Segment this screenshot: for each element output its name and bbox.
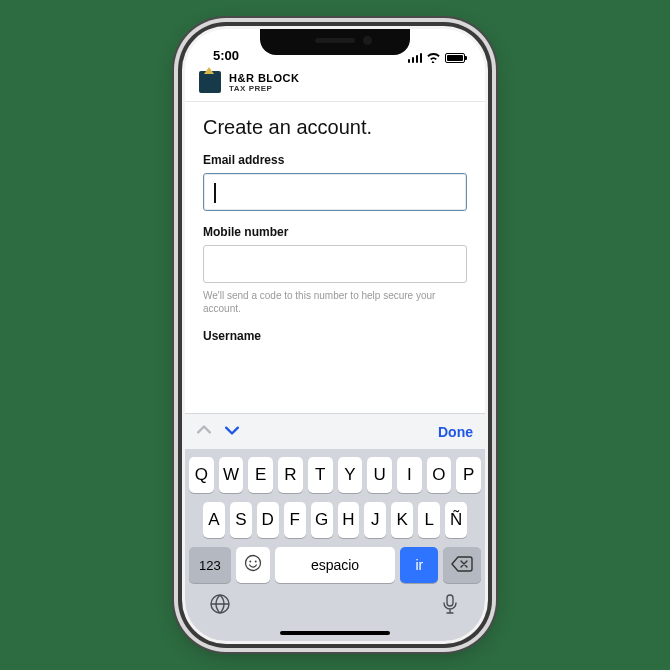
key-t[interactable]: T xyxy=(308,457,333,493)
chevron-up-icon xyxy=(197,423,211,437)
app-header: H&R BLOCK TAX PREP xyxy=(185,65,485,102)
page-title: Create an account. xyxy=(203,116,467,139)
key-emoji[interactable] xyxy=(236,547,270,583)
mobile-field-block: Mobile number We'll send a code to this … xyxy=(203,225,467,315)
mobile-hint: We'll send a code to this number to help… xyxy=(203,289,467,315)
keyboard-row-2: A S D F G H J K L Ñ xyxy=(189,502,481,538)
keyboard-done-button[interactable]: Done xyxy=(438,424,473,440)
email-field[interactable] xyxy=(203,173,467,211)
app-title: H&R BLOCK xyxy=(229,72,300,84)
status-time: 5:00 xyxy=(213,48,239,63)
status-indicators xyxy=(408,52,466,63)
mobile-field[interactable] xyxy=(203,245,467,283)
dictation-button[interactable] xyxy=(439,593,461,619)
svg-rect-4 xyxy=(447,595,453,606)
key-s[interactable]: S xyxy=(230,502,252,538)
username-field-block: Username xyxy=(203,329,467,343)
mobile-label: Mobile number xyxy=(203,225,467,239)
key-u[interactable]: U xyxy=(367,457,392,493)
username-label: Username xyxy=(203,329,467,343)
key-h[interactable]: H xyxy=(338,502,360,538)
key-y[interactable]: Y xyxy=(338,457,363,493)
key-enye[interactable]: Ñ xyxy=(445,502,467,538)
app-title-block: H&R BLOCK TAX PREP xyxy=(229,72,300,93)
notch xyxy=(260,29,410,55)
battery-icon xyxy=(445,53,465,63)
key-f[interactable]: F xyxy=(284,502,306,538)
phone-frame: 5:00 H&R BLOCK TAX PREP Create an accoun… xyxy=(182,26,488,644)
key-space[interactable]: espacio xyxy=(275,547,396,583)
form-content: Create an account. Email address Mobile … xyxy=(185,102,485,413)
keyboard-row-1: Q W E R T Y U I O P xyxy=(189,457,481,493)
key-w[interactable]: W xyxy=(219,457,244,493)
prev-field-button[interactable] xyxy=(197,423,211,441)
key-i[interactable]: I xyxy=(397,457,422,493)
key-p[interactable]: P xyxy=(456,457,481,493)
keyboard-accessory-bar: Done xyxy=(185,413,485,449)
globe-icon xyxy=(209,593,231,615)
key-o[interactable]: O xyxy=(427,457,452,493)
backspace-icon xyxy=(451,556,473,575)
key-backspace[interactable] xyxy=(443,547,481,583)
key-e[interactable]: E xyxy=(248,457,273,493)
key-d[interactable]: D xyxy=(257,502,279,538)
key-j[interactable]: J xyxy=(364,502,386,538)
keyboard-row-3: 123 espacio ir xyxy=(189,547,481,583)
home-indicator[interactable] xyxy=(280,631,390,635)
keyboard-bottom-bar xyxy=(185,587,485,641)
svg-point-1 xyxy=(249,561,251,563)
wifi-icon xyxy=(426,52,441,63)
email-field-block: Email address xyxy=(203,153,467,211)
globe-button[interactable] xyxy=(209,593,231,619)
cellular-signal-icon xyxy=(408,53,423,63)
software-keyboard: Q W E R T Y U I O P A S D F G H J K L xyxy=(185,449,485,587)
next-field-button[interactable] xyxy=(225,423,239,441)
key-a[interactable]: A xyxy=(203,502,225,538)
key-l[interactable]: L xyxy=(418,502,440,538)
emoji-icon xyxy=(244,554,262,576)
key-go[interactable]: ir xyxy=(400,547,438,583)
screen: 5:00 H&R BLOCK TAX PREP Create an accoun… xyxy=(185,29,485,641)
field-nav-arrows xyxy=(197,423,239,441)
chevron-down-icon xyxy=(225,423,239,437)
svg-point-2 xyxy=(254,561,256,563)
app-subtitle: TAX PREP xyxy=(229,84,300,93)
email-label: Email address xyxy=(203,153,467,167)
key-numbers[interactable]: 123 xyxy=(189,547,231,583)
app-logo-icon xyxy=(199,71,221,93)
key-r[interactable]: R xyxy=(278,457,303,493)
key-q[interactable]: Q xyxy=(189,457,214,493)
microphone-icon xyxy=(439,593,461,615)
key-g[interactable]: G xyxy=(311,502,333,538)
text-cursor-icon xyxy=(214,183,216,203)
key-k[interactable]: K xyxy=(391,502,413,538)
svg-point-0 xyxy=(245,556,260,571)
